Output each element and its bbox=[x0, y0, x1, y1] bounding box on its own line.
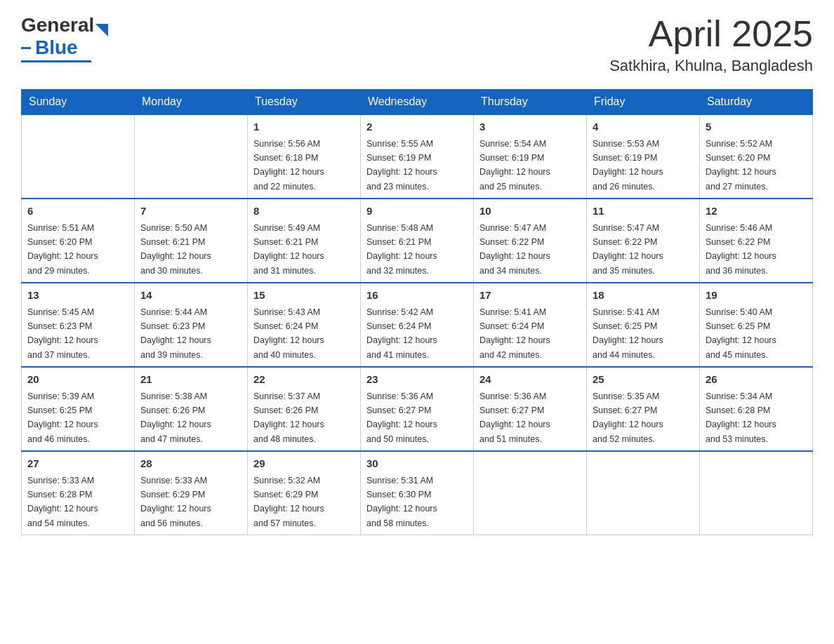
calendar-cell: 29Sunrise: 5:32 AM Sunset: 6:29 PM Dayli… bbox=[248, 451, 361, 535]
day-info: Sunrise: 5:47 AM Sunset: 6:22 PM Dayligh… bbox=[593, 223, 663, 276]
calendar-cell: 16Sunrise: 5:42 AM Sunset: 6:24 PM Dayli… bbox=[361, 283, 474, 367]
day-number: 10 bbox=[479, 203, 581, 220]
calendar-cell: 20Sunrise: 5:39 AM Sunset: 6:25 PM Dayli… bbox=[22, 367, 135, 451]
day-number: 21 bbox=[140, 372, 241, 388]
day-info: Sunrise: 5:40 AM Sunset: 6:25 PM Dayligh… bbox=[706, 307, 776, 360]
header-monday: Monday bbox=[135, 90, 248, 115]
calendar-cell: 11Sunrise: 5:47 AM Sunset: 6:22 PM Dayli… bbox=[587, 199, 700, 283]
calendar-cell: 26Sunrise: 5:34 AM Sunset: 6:28 PM Dayli… bbox=[700, 367, 813, 451]
calendar-cell: 23Sunrise: 5:36 AM Sunset: 6:27 PM Dayli… bbox=[361, 367, 474, 451]
title-block: April 2025 Satkhira, Khulna, Bangladesh bbox=[609, 14, 813, 75]
calendar-cell: 13Sunrise: 5:45 AM Sunset: 6:23 PM Dayli… bbox=[22, 283, 135, 367]
day-info: Sunrise: 5:54 AM Sunset: 6:19 PM Dayligh… bbox=[479, 139, 550, 192]
day-number: 3 bbox=[479, 119, 581, 135]
day-info: Sunrise: 5:41 AM Sunset: 6:25 PM Dayligh… bbox=[593, 307, 663, 360]
day-number: 16 bbox=[366, 288, 468, 304]
day-number: 13 bbox=[27, 288, 128, 304]
header-saturday: Saturday bbox=[700, 90, 813, 115]
day-info: Sunrise: 5:45 AM Sunset: 6:23 PM Dayligh… bbox=[27, 307, 98, 360]
calendar-cell: 30Sunrise: 5:31 AM Sunset: 6:30 PM Dayli… bbox=[361, 451, 474, 535]
calendar-cell: 15Sunrise: 5:43 AM Sunset: 6:24 PM Dayli… bbox=[248, 283, 361, 367]
day-info: Sunrise: 5:34 AM Sunset: 6:28 PM Dayligh… bbox=[706, 391, 776, 444]
calendar-cell: 25Sunrise: 5:35 AM Sunset: 6:27 PM Dayli… bbox=[587, 367, 700, 451]
calendar-table: Sunday Monday Tuesday Wednesday Thursday… bbox=[21, 89, 813, 535]
calendar-cell: 5Sunrise: 5:52 AM Sunset: 6:20 PM Daylig… bbox=[700, 114, 813, 199]
header-wednesday: Wednesday bbox=[361, 90, 474, 115]
day-number: 23 bbox=[366, 372, 468, 388]
day-number: 27 bbox=[27, 456, 128, 472]
calendar-cell bbox=[474, 451, 587, 535]
day-info: Sunrise: 5:36 AM Sunset: 6:27 PM Dayligh… bbox=[366, 391, 437, 444]
day-number: 29 bbox=[253, 456, 355, 472]
day-info: Sunrise: 5:43 AM Sunset: 6:24 PM Dayligh… bbox=[253, 307, 324, 360]
calendar-cell: 4Sunrise: 5:53 AM Sunset: 6:19 PM Daylig… bbox=[587, 114, 700, 199]
calendar-cell bbox=[135, 114, 248, 199]
calendar-cell: 17Sunrise: 5:41 AM Sunset: 6:24 PM Dayli… bbox=[474, 283, 587, 367]
week-row-5: 27Sunrise: 5:33 AM Sunset: 6:28 PM Dayli… bbox=[22, 451, 813, 535]
week-row-1: 1Sunrise: 5:56 AM Sunset: 6:18 PM Daylig… bbox=[22, 114, 813, 199]
calendar-cell: 22Sunrise: 5:37 AM Sunset: 6:26 PM Dayli… bbox=[248, 367, 361, 451]
day-number: 17 bbox=[479, 288, 581, 304]
header-friday: Friday bbox=[587, 90, 700, 115]
calendar-cell: 12Sunrise: 5:46 AM Sunset: 6:22 PM Dayli… bbox=[700, 199, 813, 283]
day-info: Sunrise: 5:51 AM Sunset: 6:20 PM Dayligh… bbox=[27, 223, 98, 276]
calendar-cell bbox=[700, 451, 813, 535]
logo: General Blue bbox=[21, 14, 108, 62]
day-info: Sunrise: 5:50 AM Sunset: 6:21 PM Dayligh… bbox=[140, 223, 211, 276]
calendar-cell: 24Sunrise: 5:36 AM Sunset: 6:27 PM Dayli… bbox=[474, 367, 587, 451]
day-info: Sunrise: 5:44 AM Sunset: 6:23 PM Dayligh… bbox=[140, 307, 211, 360]
calendar-cell: 8Sunrise: 5:49 AM Sunset: 6:21 PM Daylig… bbox=[248, 199, 361, 283]
day-info: Sunrise: 5:56 AM Sunset: 6:18 PM Dayligh… bbox=[253, 139, 324, 192]
logo-triangle-icon bbox=[95, 24, 108, 36]
header-thursday: Thursday bbox=[474, 90, 587, 115]
day-info: Sunrise: 5:39 AM Sunset: 6:25 PM Dayligh… bbox=[27, 391, 98, 444]
day-info: Sunrise: 5:38 AM Sunset: 6:26 PM Dayligh… bbox=[140, 391, 211, 444]
day-number: 7 bbox=[140, 203, 241, 220]
day-info: Sunrise: 5:42 AM Sunset: 6:24 PM Dayligh… bbox=[366, 307, 437, 360]
day-number: 20 bbox=[27, 372, 128, 388]
day-info: Sunrise: 5:36 AM Sunset: 6:27 PM Dayligh… bbox=[479, 391, 550, 444]
day-number: 22 bbox=[253, 372, 355, 388]
day-number: 26 bbox=[706, 372, 807, 388]
week-row-2: 6Sunrise: 5:51 AM Sunset: 6:20 PM Daylig… bbox=[22, 199, 813, 283]
day-number: 25 bbox=[593, 372, 694, 388]
logo-blue-text: Blue bbox=[35, 36, 78, 59]
day-info: Sunrise: 5:52 AM Sunset: 6:20 PM Dayligh… bbox=[706, 139, 776, 192]
day-number: 8 bbox=[253, 203, 355, 220]
day-number: 12 bbox=[706, 203, 807, 220]
calendar-cell: 1Sunrise: 5:56 AM Sunset: 6:18 PM Daylig… bbox=[248, 114, 361, 199]
day-info: Sunrise: 5:41 AM Sunset: 6:24 PM Dayligh… bbox=[479, 307, 550, 360]
calendar-cell bbox=[22, 114, 135, 199]
page-header: General Blue April 2025 Satkhira, Khulna… bbox=[21, 14, 813, 75]
day-info: Sunrise: 5:46 AM Sunset: 6:22 PM Dayligh… bbox=[706, 223, 776, 276]
day-number: 14 bbox=[140, 288, 241, 304]
day-info: Sunrise: 5:35 AM Sunset: 6:27 PM Dayligh… bbox=[593, 391, 663, 444]
calendar-cell bbox=[587, 451, 700, 535]
calendar-cell: 28Sunrise: 5:33 AM Sunset: 6:29 PM Dayli… bbox=[135, 451, 248, 535]
svg-marker-0 bbox=[95, 24, 108, 36]
month-year-title: April 2025 bbox=[609, 14, 813, 54]
day-number: 19 bbox=[706, 288, 807, 304]
location-subtitle: Satkhira, Khulna, Bangladesh bbox=[609, 57, 813, 75]
calendar-cell: 14Sunrise: 5:44 AM Sunset: 6:23 PM Dayli… bbox=[135, 283, 248, 367]
day-info: Sunrise: 5:48 AM Sunset: 6:21 PM Dayligh… bbox=[366, 223, 437, 276]
day-info: Sunrise: 5:53 AM Sunset: 6:19 PM Dayligh… bbox=[593, 139, 663, 192]
calendar-cell: 27Sunrise: 5:33 AM Sunset: 6:28 PM Dayli… bbox=[22, 451, 135, 535]
header-tuesday: Tuesday bbox=[248, 90, 361, 115]
calendar-cell: 18Sunrise: 5:41 AM Sunset: 6:25 PM Dayli… bbox=[587, 283, 700, 367]
day-info: Sunrise: 5:32 AM Sunset: 6:29 PM Dayligh… bbox=[253, 476, 324, 528]
calendar-cell: 19Sunrise: 5:40 AM Sunset: 6:25 PM Dayli… bbox=[700, 283, 813, 367]
day-info: Sunrise: 5:33 AM Sunset: 6:28 PM Dayligh… bbox=[27, 476, 98, 528]
day-number: 1 bbox=[253, 119, 355, 135]
day-number: 5 bbox=[706, 119, 807, 135]
calendar-cell: 9Sunrise: 5:48 AM Sunset: 6:21 PM Daylig… bbox=[361, 199, 474, 283]
calendar-cell: 10Sunrise: 5:47 AM Sunset: 6:22 PM Dayli… bbox=[474, 199, 587, 283]
day-info: Sunrise: 5:33 AM Sunset: 6:29 PM Dayligh… bbox=[140, 476, 211, 528]
calendar-cell: 7Sunrise: 5:50 AM Sunset: 6:21 PM Daylig… bbox=[135, 199, 248, 283]
calendar-cell: 3Sunrise: 5:54 AM Sunset: 6:19 PM Daylig… bbox=[474, 114, 587, 199]
calendar-cell: 21Sunrise: 5:38 AM Sunset: 6:26 PM Dayli… bbox=[135, 367, 248, 451]
day-number: 9 bbox=[366, 203, 468, 220]
day-number: 4 bbox=[593, 119, 694, 135]
day-number: 24 bbox=[479, 372, 581, 388]
week-row-4: 20Sunrise: 5:39 AM Sunset: 6:25 PM Dayli… bbox=[22, 367, 813, 451]
